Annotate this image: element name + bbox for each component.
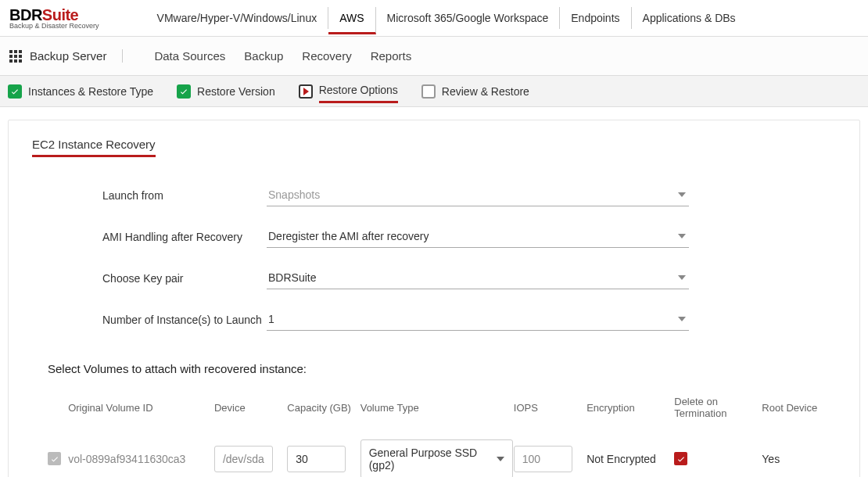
select-value: General Purpose SSD (gp2) (369, 447, 497, 472)
row-launch-from: Launch from Snapshots (32, 174, 836, 216)
nav-recovery[interactable]: Recovery (302, 49, 351, 63)
select-value: Deregister the AMI after recovery (268, 230, 429, 242)
row-keypair: Choose Key pair BDRSuite (32, 257, 836, 299)
cell-root-device: Yes (762, 453, 820, 465)
nav-backup[interactable]: Backup (244, 49, 283, 63)
svg-rect-1 (14, 50, 17, 53)
tab-ms365[interactable]: Microsoft 365/Google Workspace (376, 7, 561, 29)
label-keypair: Choose Key pair (32, 272, 267, 285)
chevron-down-icon (678, 234, 686, 238)
tab-apps-dbs[interactable]: Applications & DBs (632, 7, 747, 29)
th-encryption: Encryption (586, 402, 674, 414)
step-label: Review & Restore (442, 85, 529, 98)
cell-encryption: Not Encrypted (586, 453, 674, 465)
wizard-steps: Instances & Restore Type Restore Version… (0, 76, 868, 107)
volumes-section-title: Select Volumes to attach with recovered … (48, 362, 836, 375)
play-icon (299, 84, 313, 99)
chevron-down-icon (497, 457, 504, 461)
select-launch-from[interactable]: Snapshots (267, 184, 689, 206)
step-restore-options[interactable]: Restore Options (299, 84, 398, 99)
chevron-down-icon (678, 317, 686, 321)
tab-endpoints[interactable]: Endpoints (560, 7, 631, 29)
svg-rect-3 (9, 55, 13, 58)
svg-rect-4 (14, 55, 17, 58)
select-keypair[interactable]: BDRSuite (267, 267, 689, 289)
step-instances-restore-type[interactable]: Instances & Restore Type (8, 84, 153, 99)
select-value: 1 (268, 313, 274, 325)
section-title: EC2 Instance Recovery (32, 138, 156, 157)
select-value: Snapshots (268, 188, 320, 201)
label-instance-count: Number of Instance(s) to Launch (32, 314, 267, 326)
svg-rect-2 (19, 50, 22, 53)
apps-grid-icon[interactable] (9, 50, 22, 63)
th-capacity: Capacity (GB) (287, 402, 360, 414)
select-ami-handling[interactable]: Deregister the AMI after recovery (267, 225, 689, 248)
tab-vmware[interactable]: VMware/Hyper-V/Windows/Linux (146, 7, 329, 29)
nav-reports[interactable]: Reports (371, 49, 412, 63)
th-volume-type: Volume Type (360, 402, 514, 414)
tab-aws[interactable]: AWS (328, 7, 375, 34)
logo-brand: BDR (9, 6, 42, 23)
select-value: BDRSuite (268, 271, 316, 284)
step-label: Instances & Restore Type (28, 85, 153, 98)
cell-volume-id: vol-0899af93411630ca3 (68, 453, 214, 465)
step-label: Restore Version (197, 85, 275, 98)
volumes-table: Original Volume ID Device Capacity (GB) … (32, 389, 836, 477)
check-icon (8, 84, 22, 99)
row-checkbox[interactable] (48, 452, 61, 465)
th-root-device: Root Device (762, 402, 820, 414)
nav-data-sources[interactable]: Data Sources (154, 49, 225, 63)
svg-rect-7 (14, 59, 17, 63)
label-launch-from: Launch from (32, 189, 267, 202)
chevron-down-icon (678, 275, 686, 280)
table-header: Original Volume ID Device Capacity (GB) … (32, 389, 836, 425)
row-ami-handling: AMI Handling after Recovery Deregister t… (32, 216, 836, 257)
th-delete-on-termination: Delete on Termination (674, 396, 762, 419)
step-label: Restore Options (319, 84, 398, 103)
backup-server-label[interactable]: Backup Server (30, 49, 106, 63)
empty-box-icon (421, 84, 436, 99)
device-input[interactable] (214, 446, 273, 472)
label-ami-handling: AMI Handling after Recovery (32, 231, 267, 243)
logo: BDRSuite Backup & Disaster Recovery (9, 6, 99, 30)
iops-input[interactable] (514, 446, 572, 472)
top-nav: BDRSuite Backup & Disaster Recovery VMwa… (0, 0, 868, 36)
chevron-down-icon (678, 192, 686, 197)
capacity-input[interactable] (287, 446, 346, 472)
delete-on-termination-checkbox[interactable] (674, 452, 687, 465)
logo-subtitle: Backup & Disaster Recovery (9, 22, 99, 30)
content-panel: EC2 Instance Recovery Launch from Snapsh… (8, 120, 860, 477)
row-instance-count: Number of Instance(s) to Launch 1 (32, 299, 836, 340)
svg-rect-6 (9, 59, 13, 63)
svg-rect-0 (9, 50, 13, 53)
svg-rect-8 (19, 59, 22, 63)
check-icon (177, 84, 191, 99)
th-iops: IOPS (514, 402, 586, 414)
select-instance-count[interactable]: 1 (267, 308, 689, 331)
logo-suite: Suite (42, 6, 78, 23)
th-volume-id: Original Volume ID (68, 402, 214, 414)
table-row: vol-0899af93411630ca3 General Purpose SS… (32, 425, 836, 477)
secondary-nav: Backup Server Data Sources Backup Recove… (0, 36, 868, 76)
step-review-restore[interactable]: Review & Restore (421, 84, 529, 99)
volume-type-select[interactable]: General Purpose SSD (gp2) (360, 439, 513, 477)
th-device: Device (214, 402, 287, 414)
svg-rect-5 (19, 55, 22, 58)
step-restore-version[interactable]: Restore Version (177, 84, 275, 99)
